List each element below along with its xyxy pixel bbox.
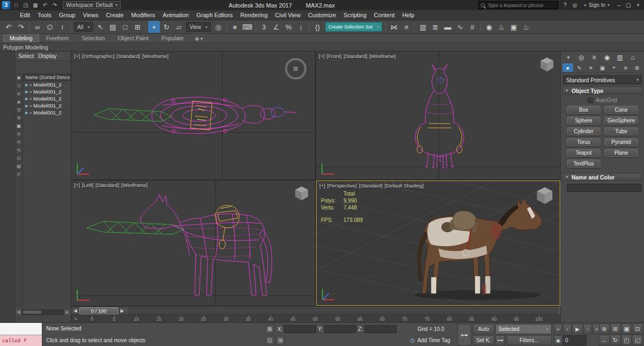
toggle-scene-explorer-icon[interactable]: ▥ [417,21,429,33]
menu-animation[interactable]: Animation [159,10,193,20]
curve-editor-icon[interactable]: ∿ [454,21,466,33]
space-warps-icon[interactable]: ≋ [620,63,631,72]
search-input[interactable] [487,2,555,8]
time-slider-handle[interactable]: 0 / 100 [79,307,118,314]
viewcube-icon[interactable] [535,185,554,205]
geometry-icon[interactable]: ● [562,63,573,72]
menu-tools[interactable]: Tools [34,10,55,20]
se-display-all-icon[interactable]: ◉ [16,75,22,81]
bind-to-spacewarp-icon[interactable]: ≀ [56,21,68,33]
create-selection-set-dropdown[interactable]: Create Selection Set▾ [325,22,383,32]
scene-object-row[interactable]: ◉●Model001_2 [24,102,71,109]
scrollbar-track[interactable] [22,309,64,315]
object-type-rollout[interactable]: ▼ Object Type [562,86,642,95]
create-tab-icon[interactable]: + [562,53,574,62]
key-filter-key-icon[interactable]: ⊶ [495,335,505,345]
search-box[interactable] [478,1,558,9]
select-and-rotate-icon[interactable]: ↻ [160,21,172,33]
viewport-menu-shading[interactable]: [Wireframe] [121,182,148,188]
ribbon-tab-object-paint[interactable]: Object Paint [112,34,154,42]
ribbon-config-icon[interactable]: ◉ ▾ [195,36,203,42]
open-file-icon[interactable]: ◳ [21,1,30,9]
viewport-menu-plus[interactable]: [+] [74,53,80,59]
save-file-icon[interactable]: ▦ [31,1,40,9]
menu-help[interactable]: Help [398,10,418,20]
scene-object-row[interactable]: ◉●Model001_2 [24,81,71,88]
viewport-menu-pov[interactable]: [Left] [82,182,93,188]
lights-icon[interactable]: ☀ [586,63,596,72]
object-type-plane[interactable]: Plane [604,149,638,157]
shapes-icon[interactable]: ✎ [574,63,585,72]
new-scene-icon[interactable]: □ [12,1,20,9]
visibility-icon[interactable]: ◉ [25,83,28,87]
set-key-button[interactable]: Set K. [473,335,494,345]
visibility-icon[interactable]: ◉ [25,104,28,108]
visibility-icon[interactable]: ◉ [25,111,28,115]
se-display-spacewarps-icon[interactable]: ≈ [16,139,22,145]
selection-region-icon[interactable]: □ [119,21,131,33]
isolate-selection-icon[interactable]: ⊡ [265,336,274,345]
viewport-front[interactable]: [+] [Front] [Standard] [Wireframe] [316,52,560,179]
time-slider-track[interactable] [128,308,558,314]
object-type-cylinder[interactable]: Cylinder [567,127,601,135]
notifications-icon[interactable]: ◎ [570,1,579,9]
utilities-tab-icon[interactable]: ⌂ [627,53,639,62]
ribbon-tab-freeform[interactable]: Freeform [40,34,75,42]
frame-ruler[interactable]: 0510152025303540455055606570758085909510… [92,315,539,322]
reference-coordinate-dropdown[interactable]: View▾ [186,22,211,32]
se-display-lights-icon[interactable]: ☀ [16,115,22,121]
viewport-menu-plus[interactable]: [+] [74,182,80,188]
menu-rendering[interactable]: Rendering [237,10,272,20]
use-pivot-point-icon[interactable]: ◎ [213,21,224,33]
se-display-cameras-icon[interactable]: ▣ [16,123,22,129]
viewport-menu-shading[interactable]: [Default Shading] [385,183,424,189]
snaps-toggle-icon[interactable]: 3 [258,21,270,33]
se-display-bones-icon[interactable]: ∿ [16,147,22,153]
auto-key-button[interactable]: Auto [473,324,494,334]
object-type-textplus[interactable]: TextPlus [567,160,601,168]
menu-create[interactable]: Create [102,10,127,20]
keyboard-override-icon[interactable]: ⌨ [241,21,253,33]
align-icon[interactable]: ≡ [400,21,412,33]
z-coordinate-field[interactable] [364,325,397,333]
menu-civil-view[interactable]: Civil View [272,10,304,20]
menu-edit[interactable]: Edit [16,10,34,20]
viewport-menu-style[interactable]: [Standard] [359,183,383,189]
selection-filter-dropdown[interactable]: All▾ [74,22,93,32]
zoom-all-icon[interactable]: ⊞ [610,323,621,334]
viewport-menu-pov[interactable]: [Orthographic] [82,53,114,59]
render-setup-icon[interactable]: ♨ [495,21,507,33]
maxscript-mini-listener[interactable]: called f [0,323,42,346]
viewport-orthographic[interactable]: [+] [Orthographic] [Standard] [Wireframe… [71,52,315,179]
material-editor-icon[interactable]: ◉ [483,21,495,33]
listener-script-pane[interactable]: called f [0,335,42,346]
rendered-frame-window-icon[interactable]: ▣ [508,21,519,33]
viewport-menu-shading[interactable]: [Wireframe] [369,53,396,59]
object-type-torus[interactable]: Torus [567,138,601,146]
select-and-scale-icon[interactable]: ▱ [173,21,185,33]
viewcube-icon[interactable] [539,56,555,72]
menu-modifiers[interactable]: Modifiers [127,10,159,20]
app-logo-icon[interactable]: 3 [2,1,10,9]
helpers-icon[interactable]: ⌖ [609,63,619,72]
key-filters-button[interactable]: Filters... [507,335,552,345]
mini-curve-editor-icon[interactable]: ∿ [74,316,78,321]
object-type-box[interactable]: Box [567,106,601,114]
undo-quick-icon[interactable]: ↶ [41,1,49,9]
cameras-icon[interactable]: ▣ [597,63,608,72]
ribbon-tab-populate[interactable]: Populate [156,34,189,42]
zoom-extents-icon[interactable]: ▣ [621,323,632,334]
menu-content[interactable]: Content [370,10,399,20]
polygon-modeling-panel[interactable]: Polygon Modeling [0,43,644,52]
se-display-geometry-icon[interactable]: ▲ [16,99,22,105]
help-icon[interactable]: ? [561,1,569,9]
object-type-teapot[interactable]: Teapot [567,149,601,157]
selection-lock-icon[interactable]: ⊠ [265,325,274,334]
select-and-manipulate-icon[interactable]: ∗ [229,21,241,33]
zoom-icon[interactable]: ⊕ [599,323,610,334]
motion-tab-icon[interactable]: ◉ [601,53,613,62]
viewport-left[interactable]: [+] [Left] [Standard] [Wireframe] [71,181,315,306]
ribbon-tab-modeling[interactable]: Modeling [3,33,39,42]
scene-explorer-display-menu[interactable]: Display [38,53,56,59]
ribbon-tab-selection[interactable]: Selection [76,34,111,42]
